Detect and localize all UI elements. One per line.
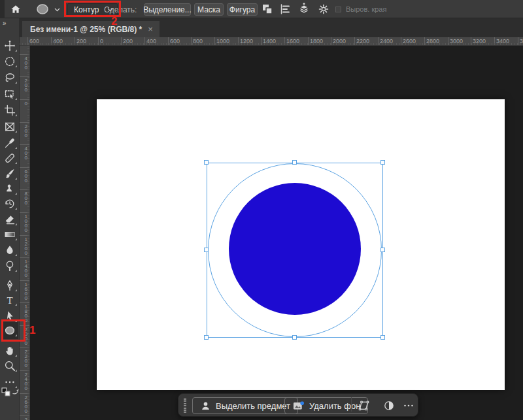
ruler-label: 1600	[286, 38, 299, 44]
ruler-label: 200	[25, 124, 27, 138]
annotation-box-step-1	[1, 319, 25, 342]
align-edges-label: Выров. края	[346, 5, 386, 13]
ruler-label: 1400	[25, 259, 27, 278]
tools-panel: » T	[0, 18, 20, 420]
zoom-tool[interactable]	[4, 360, 16, 372]
select-subject-label: Выделить предмет	[216, 401, 290, 411]
mask-button[interactable]: Маска	[194, 3, 224, 16]
path-arrangement-icon[interactable]	[298, 3, 310, 14]
object-selection-tool[interactable]	[4, 88, 16, 100]
pen-tool[interactable]	[4, 280, 16, 291]
ruler-label: 2600	[403, 38, 416, 44]
drag-handle[interactable]	[184, 398, 186, 414]
document-tab[interactable]: Без имени-1 @ 25% (RGB/8) * ×	[22, 21, 160, 37]
crop-tool[interactable]	[4, 105, 16, 116]
ruler-label: 200	[76, 38, 86, 44]
ruler-label: 1000	[25, 214, 27, 233]
remove-background-button[interactable]: Удалить фон	[284, 397, 368, 414]
ruler-label: 2600	[25, 395, 27, 413]
ruler-label: 2200	[356, 38, 369, 44]
switch-colors-icon[interactable]	[11, 386, 20, 398]
svg-text:T: T	[7, 295, 12, 306]
ruler-label: 3400	[496, 38, 509, 44]
selection-handle[interactable]	[380, 335, 385, 340]
path-alignment-icon[interactable]	[279, 3, 291, 15]
ruler-label: 3000	[450, 38, 463, 44]
ruler-label: 2400	[380, 38, 393, 44]
home-icon[interactable]	[10, 4, 21, 14]
ruler-label: 400	[146, 38, 156, 44]
contrast-icon[interactable]	[383, 400, 395, 412]
close-tab-icon[interactable]: ×	[148, 25, 153, 33]
document-tab-bar: Без имени-1 @ 25% (RGB/8) * ×	[20, 18, 523, 37]
hand-tool[interactable]	[4, 345, 16, 357]
selection-handle[interactable]	[204, 160, 209, 165]
vertical-ruler: 4002000200400600800100012001400160018002…	[20, 46, 30, 420]
selection-handle[interactable]	[204, 248, 209, 252]
gear-icon[interactable]	[318, 3, 329, 15]
ruler-label: 400	[25, 146, 27, 160]
ruler-label: 1000	[216, 38, 229, 44]
history-brush-tool[interactable]	[4, 198, 16, 210]
default-colors-icon[interactable]	[1, 387, 10, 399]
align-edges-checkbox[interactable]	[335, 7, 341, 12]
transform-bounding-box[interactable]	[207, 163, 383, 338]
selection-handle[interactable]	[380, 248, 385, 252]
remove-background-icon	[292, 400, 305, 412]
selection-handle[interactable]	[380, 160, 385, 165]
ruler-label: 1200	[25, 237, 27, 255]
selection-handle[interactable]	[204, 335, 209, 340]
eraser-tool[interactable]	[4, 214, 16, 225]
divider	[351, 397, 352, 412]
contextual-task-bar: Выделить предмет Удалить фон	[178, 393, 418, 417]
selection-handle[interactable]	[292, 160, 297, 165]
ruler-label: 2800	[426, 38, 439, 44]
horizontal-ruler: 6004002000200400600800100012001400160018…	[20, 37, 523, 46]
ruler-label: 200	[123, 38, 133, 44]
path-operations-icon[interactable]	[262, 3, 273, 15]
photoshop-window: Контур Сделать: Выделение... Маска Фигур…	[0, 0, 523, 420]
ruler-label: 0	[100, 38, 103, 44]
ruler-label: 600	[170, 38, 180, 44]
blur-tool[interactable]	[4, 244, 16, 256]
annotation-number-1: 1	[29, 324, 35, 337]
ruler-label: 400	[53, 38, 63, 44]
lasso-tool[interactable]	[4, 72, 16, 84]
ruler-label: 3600	[520, 38, 523, 44]
dodge-tool[interactable]	[4, 260, 16, 272]
toolbar-expand-icon[interactable]: »	[3, 20, 6, 27]
ruler-label: 1600	[25, 282, 27, 300]
ruler-label: 800	[25, 191, 27, 205]
document-title: Без имени-1 @ 25% (RGB/8) *	[30, 25, 142, 34]
more-icon[interactable]	[403, 400, 414, 412]
transform-icon[interactable]	[358, 400, 370, 412]
ruler-label: 2000	[333, 38, 346, 44]
frame-tool[interactable]	[4, 121, 16, 133]
shape-button[interactable]: Фигура	[227, 3, 258, 16]
selection-handle[interactable]	[292, 335, 297, 340]
ruler-label: 2800	[25, 417, 27, 420]
select-subject-icon	[200, 400, 211, 412]
ruler-label: 2400	[25, 372, 27, 391]
annotation-number-2: 2	[111, 15, 117, 28]
select-subject-button[interactable]: Выделить предмет	[192, 397, 298, 414]
type-tool[interactable]: T	[4, 294, 16, 306]
ruler-label: 200	[25, 78, 27, 92]
ruler-label: 600	[25, 169, 27, 183]
clone-stamp-tool[interactable]	[4, 183, 16, 195]
move-tool[interactable]	[4, 40, 16, 52]
ruler-label: 600	[29, 38, 39, 44]
eyedropper-tool[interactable]	[4, 137, 16, 149]
ellipse-tool-preview[interactable]	[34, 3, 51, 15]
window-edge	[0, 0, 5, 18]
spot-healing-brush-tool[interactable]	[4, 152, 16, 164]
chevron-down-icon[interactable]	[54, 8, 60, 12]
elliptical-marquee-tool[interactable]	[4, 56, 16, 67]
brush-tool[interactable]	[4, 168, 16, 180]
ruler-label: 800	[193, 38, 203, 44]
ruler-label: 1800	[310, 38, 323, 44]
ruler-label: 1200	[240, 38, 253, 44]
gradient-tool[interactable]	[4, 229, 16, 240]
ruler-label: 400	[25, 56, 27, 70]
selection-button[interactable]: Выделение...	[144, 3, 191, 16]
